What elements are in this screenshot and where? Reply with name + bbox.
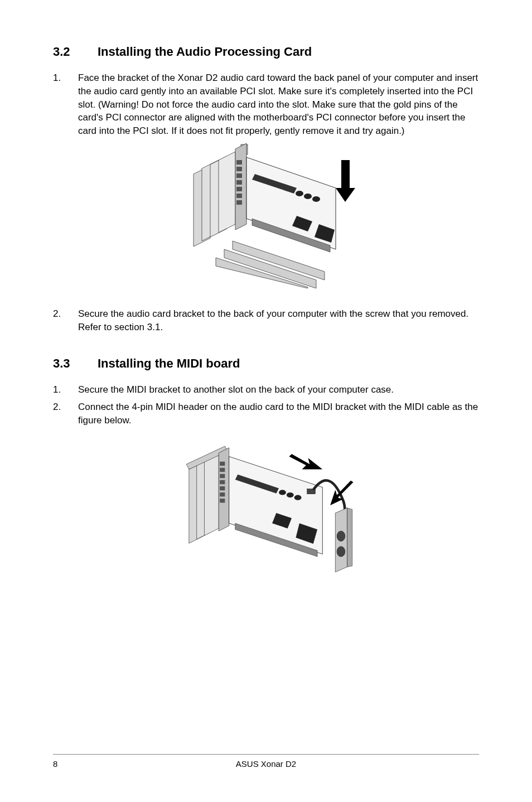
list-number: 2. <box>53 307 78 334</box>
list-item: 1. Secure the MIDI bracket to another sl… <box>53 383 479 397</box>
list-item: 2. Connect the 4-pin MIDI header on the … <box>53 400 479 427</box>
section-heading-3-3: 3.3 Installing the MIDI board <box>53 356 479 371</box>
list-item: 2. Secure the audio card bracket to the … <box>53 307 479 334</box>
svg-rect-4 <box>236 180 242 185</box>
svg-rect-17 <box>220 499 225 503</box>
svg-rect-5 <box>236 187 242 191</box>
footer-title: ASUS Xonar D2 <box>53 759 479 769</box>
svg-rect-12 <box>220 468 225 472</box>
install-card-figure <box>53 143 479 291</box>
list-text: Connect the 4-pin MIDI header on the aud… <box>78 400 479 427</box>
svg-rect-14 <box>220 480 225 484</box>
list-number: 2. <box>53 400 78 427</box>
svg-rect-13 <box>220 474 225 478</box>
section-number: 3.3 <box>53 356 98 371</box>
svg-point-8 <box>296 191 303 196</box>
svg-rect-15 <box>220 486 225 490</box>
svg-point-20 <box>294 495 302 500</box>
svg-point-10 <box>312 196 320 202</box>
svg-rect-16 <box>220 492 225 496</box>
list-number: 1. <box>53 383 78 397</box>
list-number: 1. <box>53 71 78 138</box>
list-item: 1. Face the bracket of the Xonar D2 audi… <box>53 71 479 138</box>
section-title: Installing the MIDI board <box>98 356 479 371</box>
svg-rect-3 <box>236 173 242 178</box>
svg-point-23 <box>337 547 345 557</box>
svg-rect-11 <box>220 462 225 466</box>
svg-rect-6 <box>236 194 242 198</box>
svg-point-19 <box>287 492 294 497</box>
list-text: Face the bracket of the Xonar D2 audio c… <box>78 71 479 138</box>
svg-point-9 <box>304 194 312 199</box>
section-number: 3.2 <box>53 45 98 59</box>
section-title: Installing the Audio Processing Card <box>98 45 479 59</box>
list-text: Secure the MIDI bracket to another slot … <box>78 383 479 397</box>
svg-point-18 <box>279 490 286 495</box>
svg-rect-7 <box>236 200 242 205</box>
svg-point-22 <box>337 531 345 541</box>
midi-install-figure <box>53 433 479 580</box>
svg-rect-1 <box>236 160 242 165</box>
svg-rect-2 <box>236 167 242 171</box>
list-text: Secure the audio card bracket to the bac… <box>78 307 479 334</box>
section-heading-3-2: 3.2 Installing the Audio Processing Card <box>53 45 479 59</box>
midi-install-illustration <box>168 433 364 578</box>
pci-install-illustration <box>168 143 364 288</box>
page-footer: 8 ASUS Xonar D2 <box>53 754 479 769</box>
